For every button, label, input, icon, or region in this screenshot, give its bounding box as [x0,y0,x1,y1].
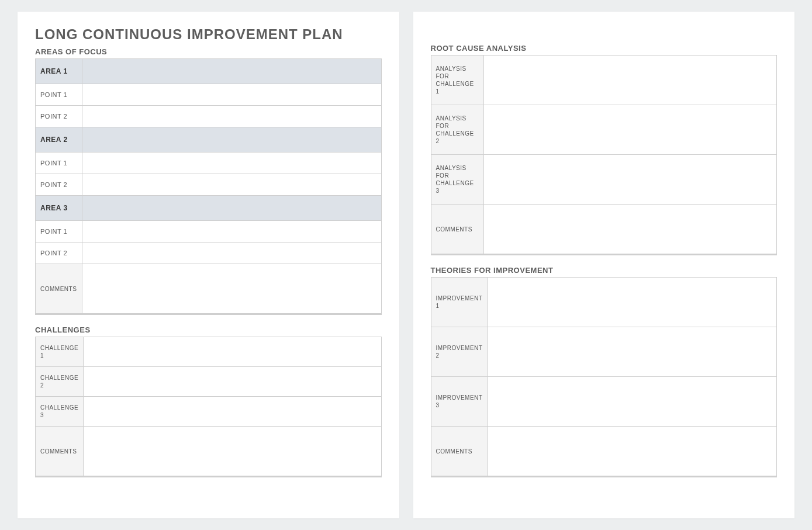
point-row: POINT 1 [36,84,382,106]
table-row: ANALYSIS FOR CHALLENGE 2 [431,105,777,155]
area-value-cell [82,127,382,153]
right-page: ROOT CAUSE ANALYSIS ANALYSIS FOR CHALLEN… [413,12,795,518]
challenges-table: CHALLENGE 1 CHALLENGE 2 CHALLENGE 3 COMM… [35,337,382,477]
point-label: POINT 2 [36,243,82,264]
challenge-value-cell [84,367,381,397]
table-row: ANALYSIS FOR CHALLENGE 3 [431,155,777,205]
challenge-label: CHALLENGE 2 [36,367,84,397]
area-row: AREA 1 [36,59,382,84]
comments-row: COMMENTS [36,427,382,477]
comments-input[interactable] [87,427,377,476]
challenge-value-cell [84,337,381,367]
analysis-input[interactable] [488,56,773,105]
area-input[interactable] [86,59,378,84]
analysis-value-cell [483,105,777,155]
point-input[interactable] [86,84,378,105]
table-row: IMPROVEMENT 1 [431,278,777,327]
point-row: POINT 2 [36,243,382,264]
challenges-heading: CHALLENGES [35,325,382,334]
point-row: POINT 2 [36,174,382,196]
area-value-cell [82,196,382,221]
comments-input[interactable] [86,264,378,313]
comments-input[interactable] [488,205,773,254]
area-label: AREA 3 [36,196,82,221]
point-row: POINT 1 [36,221,382,243]
comments-value-cell [483,205,777,255]
analysis-input[interactable] [488,155,773,204]
point-value-cell [82,84,382,106]
improvement-value-cell [488,327,777,377]
point-label: POINT 1 [36,84,82,106]
improvement-input[interactable] [491,377,773,426]
point-input[interactable] [86,243,378,264]
area-value-cell [82,59,382,84]
areas-heading: AREAS OF FOCUS [35,47,382,56]
point-input[interactable] [86,106,378,127]
comments-label: COMMENTS [431,427,488,477]
challenge-label: CHALLENGE 1 [36,337,84,367]
comments-label: COMMENTS [36,427,84,477]
point-row: POINT 1 [36,153,382,174]
point-input[interactable] [86,153,378,174]
table-row: CHALLENGE 3 [36,397,382,427]
improvement-input[interactable] [491,327,773,376]
comments-value-cell [82,264,382,314]
page-title: LONG CONTINUOUS IMPROVEMENT PLAN [35,26,382,43]
point-value-cell [82,243,382,264]
comments-row: COMMENTS [431,427,777,477]
comments-row: COMMENTS [431,205,777,255]
area-label: AREA 2 [36,127,82,153]
analysis-input[interactable] [488,105,773,154]
point-input[interactable] [86,221,378,242]
challenge-input[interactable] [87,367,377,396]
point-value-cell [82,174,382,196]
comments-label: COMMENTS [431,205,483,255]
analysis-value-cell [483,56,777,105]
challenge-label: CHALLENGE 3 [36,397,84,427]
comments-label: COMMENTS [36,264,82,314]
point-label: POINT 2 [36,106,82,127]
theories-table: IMPROVEMENT 1 IMPROVEMENT 2 IMPROVEMENT … [431,277,778,477]
comments-row: COMMENTS [36,264,382,314]
point-label: POINT 2 [36,174,82,196]
analysis-label: ANALYSIS FOR CHALLENGE 3 [431,155,483,205]
point-value-cell [82,153,382,174]
point-row: POINT 2 [36,106,382,127]
point-label: POINT 1 [36,221,82,243]
improvement-value-cell [488,377,777,427]
comments-value-cell [488,427,777,477]
table-row: IMPROVEMENT 2 [431,327,777,377]
improvement-label: IMPROVEMENT 2 [431,327,488,377]
analysis-label: ANALYSIS FOR CHALLENGE 1 [431,56,483,105]
comments-value-cell [84,427,381,477]
analysis-label: ANALYSIS FOR CHALLENGE 2 [431,105,483,155]
challenge-value-cell [84,397,381,427]
improvement-value-cell [488,278,777,327]
point-label: POINT 1 [36,153,82,174]
root-cause-heading: ROOT CAUSE ANALYSIS [431,44,778,53]
improvement-input[interactable] [491,278,773,327]
challenge-input[interactable] [87,337,377,366]
table-row: IMPROVEMENT 3 [431,377,777,427]
areas-table: AREA 1 POINT 1 POINT 2 AREA 2 POINT 1 [35,58,382,315]
table-row: CHALLENGE 1 [36,337,382,367]
improvement-label: IMPROVEMENT 1 [431,278,488,327]
point-value-cell [82,106,382,127]
improvement-label: IMPROVEMENT 3 [431,377,488,427]
comments-input[interactable] [491,427,773,476]
area-row: AREA 3 [36,196,382,221]
analysis-value-cell [483,155,777,205]
point-input[interactable] [86,174,378,195]
area-label: AREA 1 [36,59,82,84]
table-row: CHALLENGE 2 [36,367,382,397]
area-input[interactable] [86,196,378,220]
challenge-input[interactable] [87,397,377,426]
theories-heading: THEORIES FOR IMPROVEMENT [431,266,778,275]
root-cause-table: ANALYSIS FOR CHALLENGE 1 ANALYSIS FOR CH… [431,55,778,255]
table-row: ANALYSIS FOR CHALLENGE 1 [431,56,777,105]
point-value-cell [82,221,382,243]
area-row: AREA 2 [36,127,382,153]
area-input[interactable] [86,127,378,152]
left-page: LONG CONTINUOUS IMPROVEMENT PLAN AREAS O… [18,12,399,518]
